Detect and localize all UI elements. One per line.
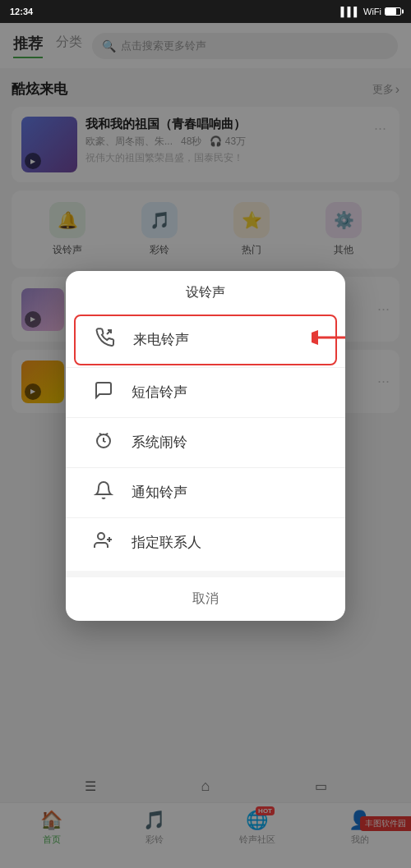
dialog-item-notification[interactable]: 通知铃声 [66,468,345,517]
battery-icon [385,7,401,16]
svg-line-5 [105,433,108,434]
dialog-item-incoming[interactable]: 来电铃声 [74,315,337,365]
dialog-title: 设铃声 [66,271,345,311]
dialog-item-wrapper-0: 来电铃声 [66,311,345,367]
notification-label: 通知铃声 [132,483,187,502]
status-bar: 12:34 ▌▌▌ WiFi [0,0,411,23]
contact-label: 指定联系人 [132,533,201,552]
sms-icon [92,380,115,405]
signal-icon: ▌▌▌ [341,7,360,16]
wifi-icon: WiFi [363,7,381,16]
red-arrow-svg [312,326,345,349]
alarm-icon [92,430,115,455]
svg-point-7 [98,533,104,540]
dialog-item-sms[interactable]: 短信铃声 [66,368,345,417]
incoming-call-icon [94,328,117,352]
red-arrow-container [312,326,345,352]
dialog-cancel-button[interactable]: 取消 [66,571,345,621]
status-time: 12:34 [10,7,33,16]
battery-fill [386,8,396,15]
dialog-item-contact[interactable]: 指定联系人 [66,518,345,567]
contact-icon [92,530,115,555]
sms-label: 短信铃声 [132,383,187,402]
status-right: ▌▌▌ WiFi [341,7,401,16]
notification-icon [92,480,115,505]
app-content: 推荐 分类 🔍 点击搜索更多铃声 酷炫来电 更多 ▶ 我和我的祖国（青春唱响 [0,23,411,868]
svg-line-4 [99,433,102,434]
dialog-item-alarm[interactable]: 系统闹铃 [66,418,345,467]
alarm-label: 系统闹铃 [132,433,187,452]
incoming-call-label: 来电铃声 [133,330,189,349]
set-ringtone-dialog: 设铃声 来电铃声 [66,271,345,621]
